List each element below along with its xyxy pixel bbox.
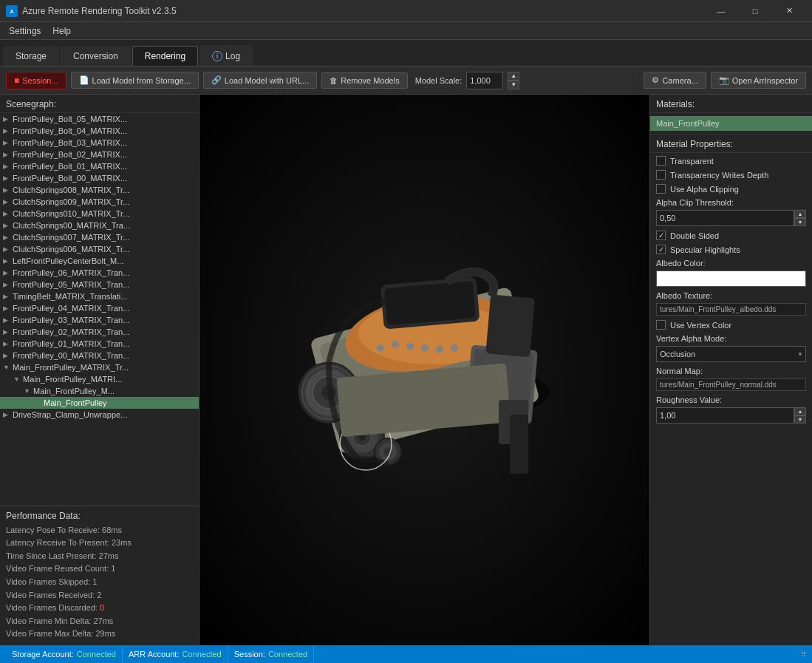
tree-item[interactable]: ▶ClutchSprings006_MATRIX_Tr...	[0, 243, 199, 255]
main-content: Scenegraph: ▶FrontPulley_Bolt_05_MATRIX.…	[0, 95, 812, 645]
scale-label: Model Scale:	[415, 76, 463, 85]
scale-up-button[interactable]: ▲	[508, 72, 519, 81]
alpha-clip-up[interactable]: ▲	[794, 210, 806, 218]
albedo-color-swatch[interactable]	[656, 271, 806, 287]
tab-rendering[interactable]: Rendering	[132, 46, 198, 66]
tree-item[interactable]: ▶FrontPulley_01_MATRIX_Tran...	[0, 338, 199, 350]
scale-down-button[interactable]: ▼	[508, 81, 519, 89]
load-url-button[interactable]: 🔗 Load Model with URL...	[203, 72, 317, 89]
tree-item-label: FrontPulley_01_MATRIX_Tran...	[13, 339, 129, 348]
tree-item-label: FrontPulley_Bolt_02_MATRIX...	[13, 150, 127, 159]
perf-row: Video Frame Max Delta: 29ms	[6, 628, 193, 641]
perf-row: Time Since Last Present: 27ms	[6, 550, 193, 563]
transparency-writes-depth-checkbox[interactable]	[656, 170, 666, 180]
perf-label: Video Frame Max Delta:	[6, 629, 95, 638]
use-vertex-color-row: Use Vertex Color	[656, 320, 806, 330]
roughness-down[interactable]: ▼	[794, 415, 806, 424]
tree-item-label: FrontPulley_02_MATRIX_Tran...	[13, 327, 129, 336]
tree-item[interactable]: Main_FrontPulley	[0, 397, 199, 409]
svg-point-29	[406, 343, 414, 350]
tree-item-label: ClutchSprings00_MATRIX_Tra...	[13, 221, 130, 230]
scale-spinner: ▲ ▼	[508, 72, 519, 89]
tree-item[interactable]: ▶ClutchSprings010_MATRIX_Tr...	[0, 208, 199, 220]
minimize-button[interactable]: —	[704, 0, 738, 22]
svg-rect-24	[485, 294, 535, 357]
resize-grip: ⠿	[801, 650, 806, 659]
tree-list[interactable]: ▶FrontPulley_Bolt_05_MATRIX...▶FrontPull…	[0, 113, 199, 506]
transparent-checkbox[interactable]	[656, 156, 666, 166]
load-storage-button[interactable]: 📄 Load Model from Storage...	[71, 72, 199, 89]
tree-arrow-icon: ▶	[3, 340, 10, 347]
tree-item[interactable]: ▶FrontPulley_Bolt_01_MATRIX...	[0, 160, 199, 172]
session-status: Connected	[268, 650, 307, 659]
tab-storage[interactable]: Storage	[3, 46, 59, 66]
camera-button[interactable]: ⚙ Camera...	[644, 72, 706, 89]
tree-item[interactable]: ▼Main_FrontPulley_MATRIX_Tr...	[0, 361, 199, 373]
tree-arrow-icon: ▶	[3, 198, 10, 205]
tree-item[interactable]: ▶FrontPulley_02_MATRIX_Tran...	[0, 326, 199, 338]
tree-item[interactable]: ▶FrontPulley_05_MATRIX_Tran...	[0, 279, 199, 290]
tree-item[interactable]: ▶DriveStrap_Clamp_Unwrappe...	[0, 409, 199, 421]
transparency-writes-depth-label: Transparency Writes Depth	[670, 171, 768, 180]
tree-arrow-icon: ▶	[3, 151, 10, 158]
use-alpha-clipping-checkbox[interactable]	[656, 184, 666, 194]
tree-item[interactable]: ▶ClutchSprings007_MATRIX_Tr...	[0, 231, 199, 243]
tree-item-label: LeftFrontPulleyCenterBolt_M...	[13, 256, 123, 265]
tree-item[interactable]: ▼Main_FrontPulley_MATRI...	[0, 373, 199, 385]
vertex-alpha-mode-label: Vertex Alpha Mode:	[656, 334, 806, 343]
material-item-main-frontpulley[interactable]: Main_FrontPulley	[650, 116, 812, 131]
tree-item[interactable]: ▶ClutchSprings008_MATRIX_Tr...	[0, 184, 199, 196]
maximize-button[interactable]: □	[738, 0, 772, 22]
tree-item[interactable]: ▶FrontPulley_06_MATRIX_Tran...	[0, 267, 199, 279]
tree-item[interactable]: ▶ClutchSprings00_MATRIX_Tra...	[0, 220, 199, 231]
tree-arrow-icon: ▶	[3, 269, 10, 276]
tree-item[interactable]: ▼Main_FrontPulley_M...	[0, 385, 199, 397]
specular-highlights-checkbox[interactable]	[656, 245, 666, 254]
tree-item[interactable]: ▶TimingBelt_MATRIX_Translati...	[0, 290, 199, 302]
material-properties[interactable]: Transparent Transparency Writes Depth Us…	[650, 153, 812, 645]
roughness-input[interactable]	[656, 407, 794, 424]
remove-models-button[interactable]: 🗑 Remove Models	[321, 72, 407, 89]
use-vertex-color-checkbox[interactable]	[656, 320, 666, 330]
tree-item[interactable]: ▶FrontPulley_00_MATRIX_Tran...	[0, 350, 199, 361]
session-button[interactable]: ■ Session...	[6, 72, 66, 89]
tree-item-label: TimingBelt_MATRIX_Translati...	[13, 292, 127, 301]
tree-arrow-icon: ▶	[3, 411, 10, 418]
tab-log[interactable]: i Log	[199, 45, 253, 66]
tree-item[interactable]: ▶ClutchSprings009_MATRIX_Tr...	[0, 196, 199, 208]
vertex-alpha-mode-select[interactable]: Occlusion None Opacity TerrainBlend	[656, 346, 806, 362]
roughness-up[interactable]: ▲	[794, 407, 806, 415]
menu-settings[interactable]: Settings	[3, 24, 47, 38]
tree-item[interactable]: ▶FrontPulley_Bolt_04_MATRIX...	[0, 125, 199, 137]
open-arrinspector-button[interactable]: 📷 Open ArrInspector	[711, 72, 806, 89]
tree-item[interactable]: ▶FrontPulley_Bolt_00_MATRIX...	[0, 172, 199, 184]
use-alpha-clipping-label: Use Alpha Clipping	[670, 185, 739, 194]
session-status-item: Session: Connected	[228, 645, 314, 663]
close-button[interactable]: ✕	[772, 0, 806, 22]
svg-text:A: A	[10, 9, 13, 14]
storage-status-item: Storage Account: Connected	[6, 645, 123, 663]
tab-conversion[interactable]: Conversion	[61, 46, 131, 66]
perf-value: 27ms	[93, 616, 113, 625]
engine-model	[199, 95, 649, 645]
tree-item[interactable]: ▶FrontPulley_Bolt_02_MATRIX...	[0, 149, 199, 160]
menu-help[interactable]: Help	[47, 24, 77, 38]
double-sided-checkbox[interactable]	[656, 231, 666, 240]
scale-input[interactable]	[466, 72, 503, 89]
viewport[interactable]	[199, 95, 649, 645]
tree-item[interactable]: ▶LeftFrontPulleyCenterBolt_M...	[0, 255, 199, 267]
tree-item[interactable]: ▶FrontPulley_04_MATRIX_Tran...	[0, 302, 199, 314]
svg-point-28	[392, 341, 399, 348]
alpha-clip-down[interactable]: ▼	[794, 218, 806, 226]
tree-item-label: Main_FrontPulley_MATRI...	[23, 375, 122, 384]
alpha-clip-input[interactable]	[656, 210, 794, 226]
perf-label: Video Frames Discarded:	[6, 603, 100, 612]
tree-item[interactable]: ▶FrontPulley_Bolt_03_MATRIX...	[0, 137, 199, 149]
use-alpha-clipping-row: Use Alpha Clipping	[656, 184, 806, 194]
albedo-texture-label: Albedo Texture:	[656, 291, 806, 300]
material-props-title: Material Properties:	[650, 135, 812, 153]
perf-value: 1	[92, 577, 97, 586]
tree-item[interactable]: ▶FrontPulley_03_MATRIX_Tran...	[0, 314, 199, 326]
tree-arrow-icon: ▶	[3, 210, 10, 217]
tree-item[interactable]: ▶FrontPulley_Bolt_05_MATRIX...	[0, 113, 199, 125]
